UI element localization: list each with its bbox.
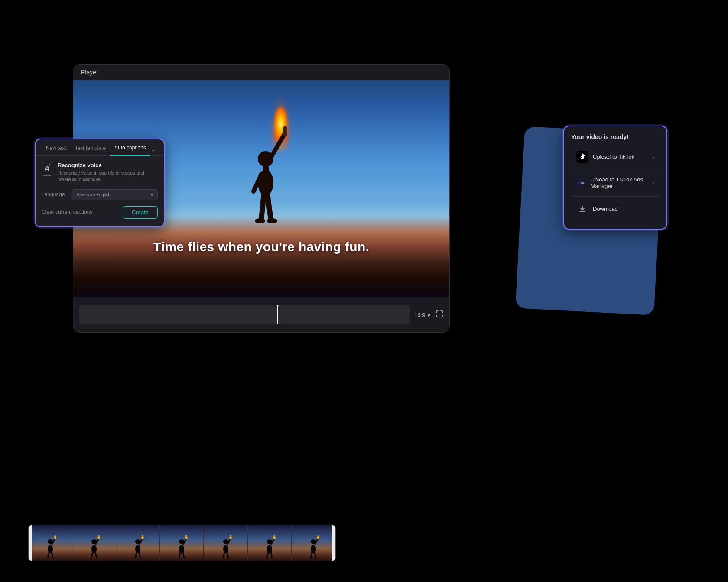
caption-text: Time flies when you're having fun. — [73, 239, 449, 254]
svg-rect-1 — [283, 126, 287, 136]
strip-frame-svg-5 — [204, 525, 247, 561]
aspect-ratio[interactable]: 16:9 ∨ — [414, 312, 431, 318]
strip-frame-svg-3 — [116, 525, 159, 561]
strip-frame-svg-7 — [292, 525, 335, 561]
download-label: Download — [593, 206, 618, 212]
tiktok-icon — [576, 151, 588, 163]
strip-frame-svg-1 — [29, 525, 72, 561]
star-icon: ✦ — [49, 163, 51, 167]
language-row: Language American English ▾ — [42, 189, 158, 200]
player-title: Player — [81, 69, 98, 76]
tab-new-text[interactable]: New text — [42, 145, 71, 155]
player-header: Player — [73, 65, 449, 80]
svg-point-16 — [54, 535, 56, 539]
download-button[interactable]: Download — [571, 198, 660, 219]
upload-tiktok-ads-button[interactable]: TTA Upload to TikTok Ads Manager › — [571, 172, 660, 194]
strip-frame-svg-2 — [72, 525, 116, 561]
tab-text-template[interactable]: Text template — [71, 145, 110, 155]
strip-frame-5 — [204, 525, 248, 561]
strip-frame-svg-6 — [248, 525, 291, 561]
tiktok-ads-icon: TTA — [576, 177, 586, 189]
video-ready-title: Your video is ready! — [571, 133, 660, 140]
vr-divider-1 — [571, 170, 660, 170]
create-button[interactable]: Create — [123, 206, 158, 219]
video-ready-panel: Your video is ready! Upload to TikTok › … — [563, 126, 667, 230]
strip-handle-left[interactable] — [29, 525, 32, 561]
language-dropdown-icon: ▾ — [151, 192, 153, 197]
svg-point-64 — [317, 535, 319, 539]
upload-tiktok-label: Upload to TikTok — [593, 154, 634, 160]
strip-frame-7 — [292, 525, 335, 561]
svg-point-56 — [273, 535, 275, 539]
upload-tiktok-left: Upload to TikTok — [576, 151, 634, 163]
svg-point-8 — [255, 218, 265, 223]
strip-frame-4 — [160, 525, 204, 561]
svg-line-7 — [267, 194, 271, 220]
download-left: Download — [576, 203, 618, 215]
download-icon — [576, 203, 588, 215]
svg-point-24 — [98, 535, 100, 539]
language-select[interactable]: American English ▾ — [72, 189, 158, 200]
language-value: American English — [77, 192, 110, 197]
svg-line-6 — [261, 194, 264, 220]
recognize-text: Recognize voice Recognize voice in sound… — [58, 162, 158, 183]
recognize-icon: ✦ — [42, 162, 52, 176]
timeline-track[interactable]: · · · · · · · · · · · · · · · · · · · · … — [79, 305, 410, 324]
strip-frame-3 — [116, 525, 160, 561]
timeline-strip — [28, 525, 336, 561]
strip-frame-1 — [29, 525, 72, 561]
playhead-line — [277, 307, 278, 324]
upload-tiktok-ads-label: Upload to TikTok Ads Manager — [591, 176, 653, 189]
person-svg — [222, 107, 300, 246]
upload-tiktok-button[interactable]: Upload to TikTok › — [571, 146, 660, 167]
panel-body: ✦ Recognize voice Recognize voice in sou… — [36, 156, 164, 226]
svg-rect-4 — [263, 166, 269, 173]
auto-captions-panel: New text Text template Auto captions « ✦… — [35, 139, 165, 227]
svg-point-48 — [230, 535, 231, 539]
svg-point-9 — [267, 218, 277, 223]
svg-point-3 — [258, 151, 273, 167]
svg-point-32 — [142, 535, 143, 539]
panel-footer: Clear current captions Create — [42, 206, 158, 220]
language-label: Language — [42, 191, 68, 197]
recognize-title: Recognize voice — [58, 162, 158, 168]
clear-captions-button[interactable]: Clear current captions — [42, 209, 92, 215]
strip-frame-6 — [248, 525, 292, 561]
timeline-area: · · · · · · · · · · · · · · · · · · · · … — [73, 297, 449, 332]
recognize-description: Recognize voice in sounds or videos and … — [58, 170, 158, 183]
strip-frame-2 — [72, 525, 116, 561]
tab-auto-captions[interactable]: Auto captions — [110, 145, 150, 156]
panel-tabs: New text Text template Auto captions « — [36, 139, 164, 156]
upload-tiktok-ads-left: TTA Upload to TikTok Ads Manager — [576, 176, 652, 189]
tiktok-chevron-icon: › — [652, 153, 654, 160]
strip-handle-right[interactable] — [332, 525, 335, 561]
vr-divider-2 — [571, 196, 660, 197]
strip-frame-svg-4 — [160, 525, 203, 561]
fullscreen-button[interactable] — [436, 310, 443, 320]
panel-tab-arrow: « — [152, 148, 155, 153]
svg-point-40 — [185, 535, 187, 539]
figure-silhouette — [222, 107, 300, 246]
tiktok-ads-chevron-icon: › — [652, 179, 654, 186]
recognize-row: ✦ Recognize voice Recognize voice in sou… — [42, 162, 158, 183]
